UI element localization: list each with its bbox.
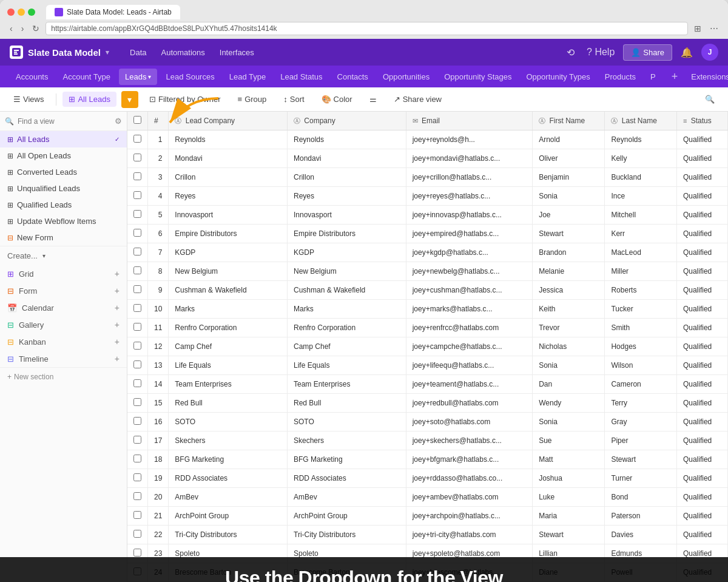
row-checkbox[interactable] xyxy=(133,398,141,406)
first-name-cell[interactable]: Benjamin xyxy=(533,168,605,187)
color-button[interactable]: 🎨 Color xyxy=(315,92,359,107)
th-company[interactable]: Ⓐ Company xyxy=(288,112,406,130)
last-name-cell[interactable]: Miller xyxy=(605,262,676,281)
email-cell[interactable]: joey+crillon@hatlabs.c... xyxy=(406,168,533,187)
row-checkbox[interactable] xyxy=(133,549,141,557)
table-nav-opportunity-stages[interactable]: Opportunity Stages xyxy=(438,69,517,85)
first-name-cell[interactable]: Sonia xyxy=(533,413,605,431)
table-nav-lead-type[interactable]: Lead Type xyxy=(223,69,272,85)
first-name-cell[interactable]: Stewart xyxy=(533,225,605,243)
table-row[interactable]: 3 Crillon Crillon joey+crillon@hatlabs.c… xyxy=(127,168,728,187)
table-nav-p[interactable]: P xyxy=(644,69,662,85)
first-name-cell[interactable]: Joe xyxy=(533,206,605,225)
table-nav-opportunity-types[interactable]: Opportunity Types xyxy=(521,69,596,85)
last-name-cell[interactable]: Turner xyxy=(605,469,676,488)
lead-company-cell[interactable]: Marks xyxy=(169,300,288,319)
sidebar-item-new-form[interactable]: ⊟ New Form xyxy=(0,229,127,246)
status-cell[interactable]: Qualified xyxy=(676,319,727,337)
all-leads-button[interactable]: ⊞ All Leads xyxy=(62,92,116,107)
lead-company-cell[interactable]: AmBev xyxy=(169,488,288,507)
row-checkbox[interactable] xyxy=(133,191,141,199)
sidebar-item-update-webflow[interactable]: ⊞ Update Webflow Items xyxy=(0,213,127,229)
table-row[interactable]: 21 ArchPoint Group ArchPoint Group joey+… xyxy=(127,507,728,526)
new-section-button[interactable]: + New section xyxy=(0,367,127,386)
status-cell[interactable]: Qualified xyxy=(676,431,727,450)
back-button[interactable]: ‹ xyxy=(7,22,15,35)
create-calendar-item[interactable]: 📅 Calendar + xyxy=(0,299,127,316)
last-name-cell[interactable]: MacLeod xyxy=(605,243,676,262)
email-cell[interactable]: joey+bfgmark@hatlabs.c... xyxy=(406,450,533,469)
row-checkbox[interactable] xyxy=(133,360,141,368)
browser-tab[interactable]: Slate Data Model: Leads - Airtab xyxy=(46,5,180,19)
first-name-cell[interactable]: Arnold xyxy=(533,130,605,149)
status-cell[interactable]: Qualified xyxy=(676,281,727,300)
history-button[interactable]: ⟲ xyxy=(563,44,578,61)
email-cell[interactable]: joey+redbull@hatlabs.com xyxy=(406,394,533,413)
email-cell[interactable]: joey+kgdp@hatlabs.c... xyxy=(406,243,533,262)
sidebar-item-qualified-leads[interactable]: ⊞ Qualified Leads xyxy=(0,197,127,213)
last-name-cell[interactable]: Stewart xyxy=(605,450,676,469)
email-cell[interactable]: joey+renfrcc@hatlabs.com xyxy=(406,319,533,337)
company-cell[interactable]: Crillon xyxy=(288,168,406,187)
last-name-cell[interactable]: Mitchell xyxy=(605,206,676,225)
lead-company-cell[interactable]: Renfro Corporation xyxy=(169,319,288,337)
last-name-cell[interactable]: Davies xyxy=(605,526,676,544)
first-name-cell[interactable]: Melanie xyxy=(533,262,605,281)
help-button[interactable]: ? Help xyxy=(583,44,618,60)
last-name-cell[interactable]: Bond xyxy=(605,488,676,507)
lead-company-cell[interactable]: Team Enterprises xyxy=(169,375,288,394)
table-row[interactable]: 12 Camp Chef Camp Chef joey+campche@hatl… xyxy=(127,337,728,356)
status-cell[interactable]: Qualified xyxy=(676,526,727,544)
email-cell[interactable]: joey+cushman@hatlabs.c... xyxy=(406,281,533,300)
first-name-cell[interactable]: Sonia xyxy=(533,187,605,206)
company-cell[interactable]: Camp Chef xyxy=(288,337,406,356)
company-cell[interactable]: BFG Marketing xyxy=(288,450,406,469)
th-status[interactable]: ≡ Status xyxy=(676,112,727,130)
email-cell[interactable]: joey+reyes@hatlabs.c... xyxy=(406,187,533,206)
first-name-cell[interactable]: Wendy xyxy=(533,394,605,413)
email-cell[interactable]: joey+reynolds@h... xyxy=(406,130,533,149)
status-cell[interactable]: Qualified xyxy=(676,488,727,507)
company-cell[interactable]: Renfro Corporation xyxy=(288,319,406,337)
status-cell[interactable]: Qualified xyxy=(676,243,727,262)
row-checkbox[interactable] xyxy=(133,530,141,538)
create-timeline-item[interactable]: ⊟ Timeline + xyxy=(0,350,127,367)
company-cell[interactable]: KGDP xyxy=(288,243,406,262)
sidebar-item-converted-leads[interactable]: ⊞ Converted Leads xyxy=(0,164,127,180)
row-checkbox[interactable] xyxy=(133,266,141,274)
table-row[interactable]: 8 New Belgium New Belgium joey+newbelg@h… xyxy=(127,262,728,281)
table-row[interactable]: 9 Cushman & Wakefield Cushman & Wakefiel… xyxy=(127,281,728,300)
maximize-button[interactable] xyxy=(28,8,35,16)
row-checkbox[interactable] xyxy=(133,323,141,331)
status-cell[interactable]: Qualified xyxy=(676,356,727,375)
url-bar[interactable]: https://airtable.com/appBXrGQ4dBBtdoeS8L… xyxy=(46,22,688,35)
th-first-name[interactable]: Ⓐ First Name xyxy=(533,112,605,130)
table-nav-opportunities[interactable]: Opportunities xyxy=(377,69,436,85)
row-checkbox[interactable] xyxy=(133,492,141,500)
table-row[interactable]: 18 BFG Marketing BFG Marketing joey+bfgm… xyxy=(127,450,728,469)
last-name-cell[interactable]: Kelly xyxy=(605,149,676,168)
table-row[interactable]: 13 Life Equals Life Equals joey+lifeequ@… xyxy=(127,356,728,375)
create-kanban-item[interactable]: ⊟ Kanban + xyxy=(0,333,127,350)
first-name-cell[interactable]: Nicholas xyxy=(533,337,605,356)
table-row[interactable]: 2 Mondavi Mondavi joey+mondavi@hatlabs.c… xyxy=(127,149,728,168)
lead-company-cell[interactable]: New Belgium xyxy=(169,262,288,281)
email-cell[interactable]: joey+innovasp@hatlabs.c... xyxy=(406,206,533,225)
row-checkbox[interactable] xyxy=(133,342,141,350)
first-name-cell[interactable]: Luke xyxy=(533,488,605,507)
company-cell[interactable]: SOTO xyxy=(288,413,406,431)
company-cell[interactable]: Innovasport xyxy=(288,206,406,225)
minimize-button[interactable] xyxy=(18,8,25,16)
table-nav-extensions[interactable]: Extensions xyxy=(685,69,728,85)
table-row[interactable]: 6 Empire Distributors Empire Distributor… xyxy=(127,225,728,243)
table-row[interactable]: 19 RDD Associates RDD Associates joey+rd… xyxy=(127,469,728,488)
row-checkbox[interactable] xyxy=(133,511,141,519)
create-grid-item[interactable]: ⊞ Grid + xyxy=(0,265,127,282)
first-name-cell[interactable]: Keith xyxy=(533,300,605,319)
row-checkbox[interactable] xyxy=(133,304,141,312)
row-checkbox[interactable] xyxy=(133,172,141,180)
th-email[interactable]: ✉ Email xyxy=(406,112,533,130)
first-name-cell[interactable]: Matt xyxy=(533,450,605,469)
lead-company-cell[interactable]: ArchPoint Group xyxy=(169,507,288,526)
close-button[interactable] xyxy=(7,8,15,16)
